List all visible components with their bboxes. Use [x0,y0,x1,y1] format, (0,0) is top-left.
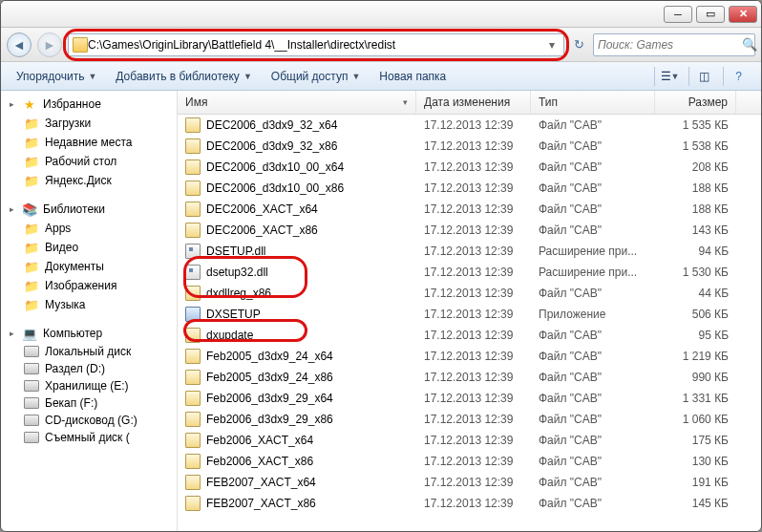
nav-item[interactable]: 📁Загрузки [7,114,177,133]
file-size: 1 219 КБ [655,350,736,363]
organize-menu[interactable]: Упорядочить ▼ [9,68,104,85]
file-row[interactable]: DEC2006_d3dx9_32_x6417.12.2013 12:39Файл… [178,115,761,136]
organize-label: Упорядочить [16,70,84,83]
nav-item[interactable]: 📁Apps [7,219,177,238]
nav-item[interactable]: Съемный диск ( [7,429,177,446]
file-row[interactable]: DSETUP.dll17.12.2013 12:39Расширение при… [178,241,761,262]
preview-pane-button[interactable]: ◫ [688,67,719,86]
file-row[interactable]: Feb2006_d3dx9_29_x8617.12.2013 12:39Файл… [178,409,761,430]
file-row[interactable]: Feb2006_d3dx9_29_x6417.12.2013 12:39Файл… [178,388,761,409]
address-input[interactable] [88,38,544,52]
file-cab-icon [185,454,201,469]
file-name: DXSETUP [206,308,261,321]
nav-item[interactable]: 📁Музыка [7,295,177,314]
file-name: dsetup32.dll [206,266,268,279]
help-button[interactable]: ? [723,67,753,86]
libraries-label: Библиотеки [43,202,105,216]
computer-header[interactable]: ▸💻Компьютер [7,324,177,343]
nav-item-label: Яндекс.Диск [45,174,112,187]
file-row[interactable]: dsetup32.dll17.12.2013 12:39Расширение п… [178,262,761,283]
nav-item[interactable]: Раздел (D:) [7,360,177,377]
column-type[interactable]: Тип [531,91,655,114]
file-size: 191 КБ [655,476,736,489]
file-row[interactable]: DEC2006_XACT_x8617.12.2013 12:39Файл "CA… [178,220,761,241]
file-row[interactable]: FEB2007_XACT_x8617.12.2013 12:39Файл "CA… [178,493,761,514]
file-name: DEC2006_XACT_x64 [206,202,318,216]
favorites-header[interactable]: ▸★Избранное [7,95,177,114]
file-row[interactable]: DXSETUP17.12.2013 12:39Приложение506 КБ [178,304,761,325]
back-button[interactable]: ◄ [7,32,32,57]
file-row[interactable]: dxupdate17.12.2013 12:39Файл "CAB"95 КБ [178,325,761,346]
column-name[interactable]: Имя▾ [178,91,416,114]
file-row[interactable]: DEC2006_XACT_x6417.12.2013 12:39Файл "CA… [178,199,761,220]
nav-item[interactable]: 📁Рабочий стол [7,152,177,171]
nav-item[interactable]: 📁Документы [7,257,177,276]
nav-item[interactable]: Локальный диск [7,343,177,360]
file-date: 17.12.2013 12:39 [416,287,531,300]
nav-item[interactable]: CD-дисковод (G:) [7,412,177,429]
file-row[interactable]: DEC2006_d3dx10_00_x8617.12.2013 12:39Фай… [178,178,761,199]
refresh-button[interactable]: ↻ [570,37,587,52]
file-cab-icon [185,181,201,196]
search-input[interactable] [598,38,742,52]
nav-item[interactable]: 📁Видео [7,238,177,257]
new-folder-button[interactable]: Новая папка [371,68,454,85]
navigation-pane[interactable]: ▸★Избранное 📁Загрузки📁Недавние места📁Раб… [1,91,178,531]
file-row[interactable]: DEC2006_d3dx9_32_x8617.12.2013 12:39Файл… [178,136,761,157]
include-in-library-menu[interactable]: Добавить в библиотеку ▼ [108,68,259,85]
file-name: Feb2005_d3dx9_24_x64 [206,350,333,363]
collapse-icon: ▸ [7,329,16,338]
file-row[interactable]: FEB2007_XACT_x6417.12.2013 12:39Файл "CA… [178,472,761,493]
nav-item[interactable]: 📁Яндекс.Диск [7,171,177,190]
file-row[interactable]: Feb2006_XACT_x8617.12.2013 12:39Файл "CA… [178,451,761,472]
nav-item[interactable]: 📁Изображения [7,276,177,295]
libraries-header[interactable]: ▸📚Библиотеки [7,200,177,219]
file-row[interactable]: Feb2006_XACT_x6417.12.2013 12:39Файл "CA… [178,430,761,451]
file-row[interactable]: dxdllreg_x8617.12.2013 12:39Файл "CAB"44… [178,283,761,304]
file-name: Feb2006_XACT_x86 [206,455,313,468]
file-dll-icon [185,265,201,280]
share-menu[interactable]: Общий доступ ▼ [264,68,369,85]
command-bar: Упорядочить ▼ Добавить в библиотеку ▼ Об… [1,62,761,91]
file-size: 94 КБ [655,245,736,258]
column-size[interactable]: Размер [655,91,736,114]
file-type: Файл "CAB" [531,371,655,384]
file-list[interactable]: Имя▾ Дата изменения Тип Размер DEC2006_d… [178,91,761,531]
file-type: Файл "CAB" [531,476,655,489]
nav-item-label: Загрузки [45,117,91,130]
nav-item-label: Apps [45,222,71,235]
column-date[interactable]: Дата изменения [416,91,531,114]
file-row[interactable]: Feb2005_d3dx9_24_x6417.12.2013 12:39Файл… [178,346,761,367]
sort-indicator-icon: ▾ [403,97,408,107]
file-date: 17.12.2013 12:39 [416,139,531,153]
file-size: 1 060 КБ [655,413,736,426]
file-size: 208 КБ [655,160,736,174]
library-icon: 📁 [24,297,39,312]
file-size: 188 КБ [655,202,736,216]
favorites-label: Избранное [43,97,101,111]
nav-item[interactable]: Хранилище (E:) [7,377,177,394]
file-row[interactable]: DEC2006_d3dx10_00_x6417.12.2013 12:39Фай… [178,157,761,178]
file-date: 17.12.2013 12:39 [416,497,531,510]
maximize-button[interactable]: ▭ [696,6,725,23]
file-name: Feb2006_d3dx9_29_x86 [206,413,333,426]
minimize-button[interactable]: ─ [664,6,692,23]
close-button[interactable]: ✕ [729,6,757,23]
file-date: 17.12.2013 12:39 [416,434,531,447]
file-type: Файл "CAB" [531,160,655,174]
nav-item[interactable]: Бекап (F:) [7,394,177,412]
file-name: Feb2006_XACT_x64 [206,434,313,447]
nav-item-label: Локальный диск [45,345,131,358]
file-size: 143 КБ [655,223,736,237]
file-size: 44 КБ [655,287,736,300]
file-type: Расширение при... [531,245,655,258]
forward-button[interactable]: ► [37,32,62,57]
file-cab-icon [185,433,201,448]
file-row[interactable]: Feb2005_d3dx9_24_x8617.12.2013 12:39Файл… [178,367,761,388]
view-options-button[interactable]: ☰ ▼ [654,67,685,86]
address-dropdown-icon[interactable]: ▾ [544,38,560,52]
file-cab-icon [185,475,201,490]
nav-item[interactable]: 📁Недавние места [7,133,177,152]
address-bar[interactable]: ▾ [68,33,564,56]
search-box[interactable]: 🔍 [593,33,755,56]
